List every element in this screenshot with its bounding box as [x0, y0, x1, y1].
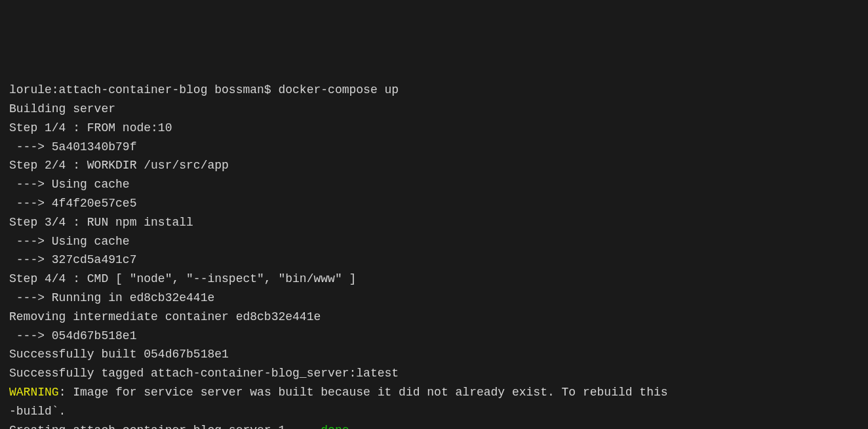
terminal-output[interactable]: lorule:attach-container-blog bossman$ do…	[9, 81, 859, 429]
warning-line: WARNING: Image for service server was bu…	[9, 383, 859, 402]
command-text: docker-compose up	[278, 83, 399, 96]
warning-text: : Image for service server was built bec…	[59, 386, 668, 399]
creating-text: Creating attach-container-blog_server_1 …	[9, 424, 321, 429]
output-line: ---> Running in ed8cb32e441e	[9, 289, 859, 308]
prompt-line: lorule:attach-container-blog bossman$ do…	[9, 81, 859, 100]
done-status: done	[321, 424, 349, 429]
output-line: Step 1/4 : FROM node:10	[9, 119, 859, 138]
output-line: Removing intermediate container ed8cb32e…	[9, 308, 859, 327]
output-line: ---> Using cache	[9, 175, 859, 194]
output-line: ---> 054d67b518e1	[9, 327, 859, 346]
output-line: ---> 5a401340b79f	[9, 138, 859, 157]
output-line: ---> 4f4f20e57ce5	[9, 194, 859, 213]
output-line: -build`.	[9, 402, 859, 421]
warning-label: WARNING	[9, 386, 59, 399]
shell-prompt: lorule:attach-container-blog bossman$	[9, 83, 278, 96]
creating-line: Creating attach-container-blog_server_1 …	[9, 421, 859, 429]
output-line: Step 3/4 : RUN npm install	[9, 213, 859, 232]
output-line: Step 2/4 : WORKDIR /usr/src/app	[9, 156, 859, 175]
output-line: Successfully tagged attach-container-blo…	[9, 364, 859, 383]
output-line: Step 4/4 : CMD [ "node", "--inspect", "b…	[9, 270, 859, 289]
output-line: ---> Using cache	[9, 232, 859, 251]
output-line: Building server	[9, 100, 859, 119]
output-line: Successfully built 054d67b518e1	[9, 345, 859, 364]
output-line: ---> 327cd5a491c7	[9, 251, 859, 270]
